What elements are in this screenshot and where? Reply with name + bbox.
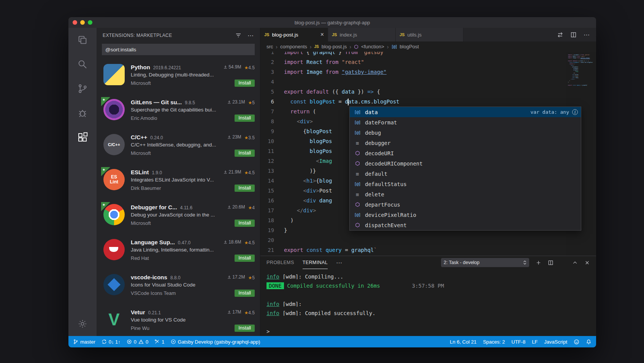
kill-terminal-icon[interactable]	[560, 260, 566, 266]
install-button[interactable]: Install	[235, 290, 255, 297]
panel-tabs: PROBLEMSTERMINAL	[266, 256, 328, 269]
activity-search[interactable]	[68, 52, 97, 76]
editor-tab[interactable]: JS blog-post.js ×	[260, 28, 328, 41]
info-icon[interactable]: i	[572, 109, 578, 115]
install-button[interactable]: Install	[235, 150, 255, 157]
suggestion-item[interactable]: departFocus	[350, 199, 581, 210]
maximize-panel-icon[interactable]	[572, 260, 578, 266]
activity-bar	[68, 28, 97, 336]
terminal-output[interactable]: info ⌈wdm⌉: Compiling...DONE Compiled su…	[260, 269, 596, 336]
suggestion-item[interactable]: [@] debug	[350, 127, 581, 138]
run-task-status[interactable]: Gatsby Develop (gatsby-graphql-app)	[171, 339, 260, 345]
activity-explorer[interactable]	[68, 28, 97, 52]
close-window-button[interactable]	[73, 20, 77, 25]
star-icon: ★	[244, 135, 249, 140]
zoom-window-button[interactable]	[88, 20, 92, 25]
filter-icon[interactable]	[235, 32, 241, 38]
code-line[interactable]: 2 import React from "react"	[260, 57, 596, 67]
line-number: 7	[260, 107, 284, 116]
code-line[interactable]: 5 export default ({ data }) => {	[260, 87, 596, 97]
extension-item[interactable]: ES Lint ★ ESLint 1.9.0 21.9M ★4.5 Integr…	[97, 165, 260, 200]
extension-item[interactable]: ★ Debugger for C... 4.11.6 20.6M ★4 Debu…	[97, 200, 260, 235]
extension-item[interactable]: vscode-icons 8.8.0 17.2M ★5 Icons for Vi…	[97, 270, 260, 305]
sidebar-more-actions-icon[interactable]: ⋯	[247, 32, 254, 39]
editor-more-actions-icon[interactable]: ⋯	[584, 31, 590, 38]
line-number: 17	[260, 205, 284, 215]
split-terminal-icon[interactable]	[548, 260, 554, 266]
js-file-icon: JS	[264, 32, 269, 37]
suggestion-label: default	[365, 171, 387, 177]
suggestion-item[interactable]: [@] defaultStatus	[350, 179, 581, 189]
code-line[interactable]: 1 import { graphql } from 'gatsby'	[260, 52, 596, 57]
split-editor-icon[interactable]	[570, 32, 577, 38]
install-button[interactable]: Install	[235, 185, 255, 192]
terminal-selector[interactable]: 2: Task - develop	[441, 258, 529, 267]
sync-status[interactable]: 0↓ 1↑	[102, 339, 121, 345]
install-button[interactable]: Install	[235, 220, 255, 227]
panel-more-actions-icon[interactable]: ⋯	[336, 259, 343, 266]
suggestion-item[interactable]: ≡ debugger	[350, 138, 581, 148]
git-branch-status[interactable]: master	[73, 339, 95, 345]
editor-tab[interactable]: JS utils.js ×	[396, 28, 463, 41]
suggestion-item[interactable]: [@] data var data: anyi	[350, 107, 581, 117]
code-line[interactable]: 3 import Image from "gatsby-image"	[260, 67, 596, 77]
suggestion-label: debug	[365, 130, 381, 136]
title-bar[interactable]: blog-post.js — gatsby-graphql-app	[68, 17, 596, 28]
extension-item[interactable]: Language Sup... 0.47.0 18.6M ★4.5 Java L…	[97, 235, 260, 270]
extension-author: Eric Amodio	[131, 115, 157, 121]
indentation-status[interactable]: Spaces: 2	[483, 339, 505, 345]
problems-status[interactable]: 0 0	[127, 339, 148, 345]
suggestion-item[interactable]: decodeURI	[350, 148, 581, 158]
activity-extensions[interactable]	[68, 125, 97, 150]
compare-icon[interactable]	[557, 32, 563, 38]
suggestion-item[interactable]: ≡ delete	[350, 189, 581, 199]
suggestion-item[interactable]: decodeURIComponent	[350, 158, 581, 169]
breadcrumb-item[interactable]: blog-post.js	[322, 44, 347, 49]
editor[interactable]: 1 import { graphql } from 'gatsby' 2 imp…	[260, 52, 596, 256]
activity-settings[interactable]	[68, 312, 97, 336]
extension-item[interactable]: C/C++ C/C++ 0.24.0 23M ★3.5 C/C++ Intell…	[97, 130, 260, 165]
editor-tab[interactable]: JS index.js ×	[328, 28, 396, 41]
breadcrumb-item[interactable]: <function>	[361, 44, 384, 49]
install-button[interactable]: Install	[235, 255, 255, 262]
encoding-status[interactable]: UTF-8	[511, 339, 525, 345]
code-line[interactable]: 21 export const query = graphql`	[260, 245, 596, 255]
cursor-position-status[interactable]: Ln 6, Col 21	[450, 339, 476, 345]
close-tab-icon[interactable]: ×	[320, 32, 324, 38]
feedback-smiley-icon[interactable]	[574, 339, 579, 345]
activity-debug[interactable]	[68, 101, 97, 125]
suggestion-item[interactable]: [@] devicePixelRatio	[350, 210, 581, 220]
breadcrumb-item[interactable]: blogPost	[400, 44, 419, 49]
eol-status[interactable]: LF	[532, 339, 538, 345]
code-line[interactable]: 20	[260, 235, 596, 245]
suggestion-item[interactable]: ≡ default	[350, 169, 581, 179]
extension-item[interactable]: Python 2019.6.24221 54.9M ★4.5 Linting, …	[97, 60, 260, 95]
extension-item[interactable]: V Vetur 0.21.1 17M ★4.5 Vue tooling for …	[97, 305, 260, 336]
install-button[interactable]: Install	[235, 325, 255, 332]
extension-install-count: 54.9M	[223, 64, 241, 70]
install-button[interactable]: Install	[235, 80, 255, 87]
extension-version: 9.8.5	[185, 100, 195, 105]
minimize-window-button[interactable]	[80, 20, 85, 25]
breadcrumb-item[interactable]: src	[266, 44, 273, 49]
code-line[interactable]: 6 const blogPost = data.cms.blogPost	[260, 97, 596, 107]
new-terminal-icon[interactable]	[536, 260, 541, 266]
install-button[interactable]: Install	[235, 115, 255, 122]
notifications-bell-icon[interactable]	[586, 339, 592, 345]
tasks-status[interactable]: 1	[154, 339, 164, 345]
breadcrumb-item[interactable]: components	[280, 44, 307, 49]
play-icon	[171, 339, 176, 344]
panel-tab[interactable]: TERMINAL	[303, 256, 328, 269]
extensions-search-input[interactable]	[102, 44, 255, 55]
code-line[interactable]: 4	[260, 77, 596, 87]
close-panel-icon[interactable]	[584, 260, 590, 266]
suggestion-item[interactable]: [@] dateFormat	[350, 117, 581, 127]
extension-item[interactable]: ★ GitLens — Git su... 9.8.5 23.1M ★5 Sup…	[97, 95, 260, 130]
tabs: JS blog-post.js × JS index.js × JS utils…	[260, 28, 463, 41]
suggestion-item[interactable]: dispatchEvent	[350, 220, 581, 230]
tab-bar: JS blog-post.js × JS index.js × JS utils…	[260, 28, 596, 41]
suggestion-label: defaultStatus	[365, 181, 407, 187]
panel-tab[interactable]: PROBLEMS	[266, 256, 294, 269]
language-status[interactable]: JavaScript	[544, 339, 567, 345]
activity-source-control[interactable]	[68, 76, 97, 101]
